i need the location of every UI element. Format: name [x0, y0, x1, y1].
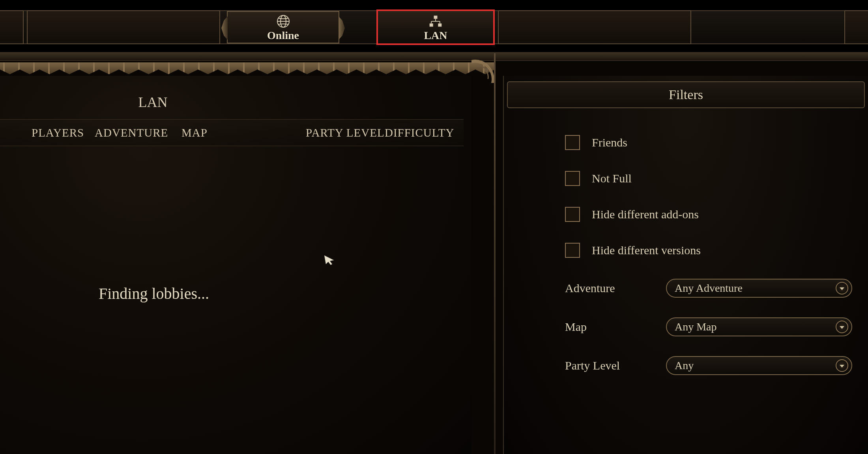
- filter-label-hide-addons: Hide different add-ons: [592, 208, 699, 221]
- dropdown-row-party-level: Party Level Any: [504, 356, 856, 375]
- network-icon: [428, 14, 443, 28]
- checkbox-friends[interactable]: [565, 135, 580, 150]
- vertical-divider: [494, 53, 496, 454]
- top-tab-bar: Online LAN: [0, 0, 868, 52]
- lobby-list-panel: LAN PLAYERS ADVENTURE MAP PARTY LEVEL DI…: [0, 76, 471, 454]
- dropdown-row-adventure: Adventure Any Adventure: [504, 279, 856, 298]
- col-header-map[interactable]: MAP: [181, 126, 284, 139]
- svg-rect-3: [434, 16, 438, 19]
- tab-spacer: [27, 10, 220, 44]
- dropdown-value-party-level: Any: [675, 359, 694, 372]
- ornament-corner: [471, 59, 495, 87]
- filter-label-hide-versions: Hide different versions: [592, 244, 701, 257]
- filter-row-hide-versions: Hide different versions: [565, 243, 856, 258]
- checkbox-not-full[interactable]: [565, 171, 580, 186]
- lobby-list-area: Finding lobbies...: [0, 146, 464, 454]
- col-header-adventure[interactable]: ADVENTURE: [95, 126, 181, 139]
- filter-label-not-full: Not Full: [592, 172, 632, 185]
- filter-label-friends: Friends: [592, 136, 627, 149]
- dropdown-label-map: Map: [565, 320, 666, 334]
- col-header-difficulty[interactable]: DIFFICULTY: [385, 126, 456, 139]
- dropdown-party-level[interactable]: Any: [666, 356, 852, 375]
- dropdown-adventure[interactable]: Any Adventure: [666, 279, 852, 298]
- svg-rect-4: [430, 23, 433, 26]
- filter-row-not-full: Not Full: [565, 171, 856, 186]
- chevron-down-icon: [836, 359, 848, 372]
- checkbox-hide-addons[interactable]: [565, 207, 580, 222]
- texture-band: [0, 52, 868, 61]
- panel-title: LAN: [0, 94, 471, 111]
- svg-rect-5: [438, 23, 441, 26]
- checkbox-hide-versions[interactable]: [565, 243, 580, 258]
- chevron-down-icon: [836, 321, 848, 333]
- filter-row-friends: Friends: [565, 135, 856, 150]
- col-header-party-level[interactable]: PARTY LEVEL: [306, 126, 385, 139]
- dropdown-value-map: Any Map: [675, 321, 717, 333]
- tab-online[interactable]: Online: [227, 11, 339, 43]
- tab-spacer: [844, 10, 868, 44]
- dropdown-label-party-level: Party Level: [565, 359, 666, 372]
- tab-lan[interactable]: LAN: [376, 9, 495, 45]
- dropdown-row-map: Map Any Map: [504, 317, 856, 336]
- dropdown-label-adventure: Adventure: [565, 281, 666, 295]
- dropdown-value-adventure: Any Adventure: [675, 282, 743, 295]
- filters-body: Friends Not Full Hide different add-ons …: [504, 117, 868, 407]
- tab-spacer: [498, 10, 691, 44]
- ornament-divider: [0, 62, 495, 74]
- tab-spacer: [0, 10, 24, 44]
- globe-icon: [276, 14, 290, 28]
- col-header-players[interactable]: PLAYERS: [32, 126, 95, 139]
- lobby-column-headers: PLAYERS ADVENTURE MAP PARTY LEVEL DIFFIC…: [0, 119, 464, 146]
- filters-panel: Filters Friends Not Full Hide different …: [503, 76, 868, 454]
- filter-row-hide-addons: Hide different add-ons: [565, 207, 856, 222]
- filters-header: Filters: [507, 81, 865, 108]
- tab-lan-label: LAN: [424, 29, 447, 42]
- finding-lobbies-status: Finding lobbies...: [99, 284, 209, 303]
- tab-online-label: Online: [267, 29, 299, 42]
- cursor-icon: [324, 255, 335, 265]
- chevron-down-icon: [836, 282, 848, 295]
- dropdown-map[interactable]: Any Map: [666, 317, 852, 336]
